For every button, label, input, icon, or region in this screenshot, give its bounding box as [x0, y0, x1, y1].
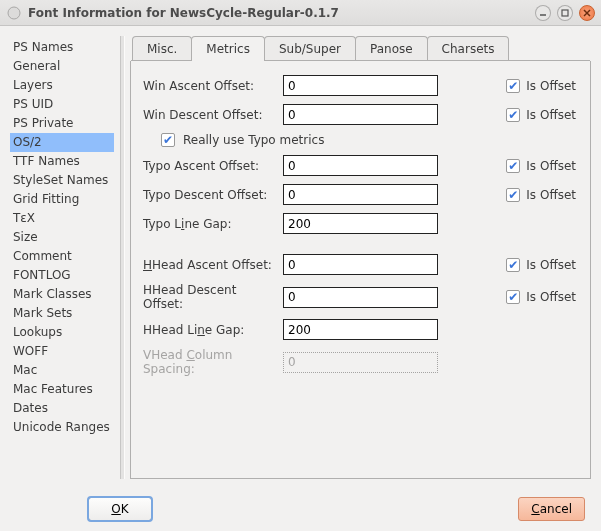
win-descent-input[interactable]	[283, 104, 438, 125]
close-button[interactable]	[579, 5, 595, 21]
really-use-typo-label: Really use Typo metrics	[183, 133, 324, 147]
is-offset-label: Is Offset	[526, 79, 576, 93]
tab[interactable]: Panose	[355, 36, 428, 61]
app-icon	[6, 5, 22, 21]
sidebar-item[interactable]: Grid Fitting	[10, 190, 114, 209]
sidebar: PS NamesGeneralLayersPS UIDPS PrivateOS/…	[10, 36, 114, 479]
is-offset-label: Is Offset	[526, 108, 576, 122]
hhead-linegap-input[interactable]	[283, 319, 438, 340]
sidebar-item[interactable]: StyleSet Names	[10, 171, 114, 190]
hhead-linegap-label: HHead Line Gap:	[143, 323, 283, 337]
sidebar-item[interactable]: WOFF	[10, 342, 114, 361]
sidebar-item[interactable]: Mac	[10, 361, 114, 380]
sidebar-item[interactable]: Lookups	[10, 323, 114, 342]
win-ascent-input[interactable]	[283, 75, 438, 96]
hhead-ascent-label: HHead Ascent Offset:	[143, 258, 283, 272]
sidebar-item[interactable]: FONTLOG	[10, 266, 114, 285]
sidebar-item[interactable]: TTF Names	[10, 152, 114, 171]
typo-ascent-input[interactable]	[283, 155, 438, 176]
sidebar-item[interactable]: General	[10, 57, 114, 76]
ok-button[interactable]: OK	[88, 497, 152, 521]
typo-descent-input[interactable]	[283, 184, 438, 205]
sidebar-item[interactable]: Size	[10, 228, 114, 247]
sidebar-item[interactable]: Unicode Ranges	[10, 418, 114, 437]
sidebar-item[interactable]: PS UID	[10, 95, 114, 114]
sidebar-item[interactable]: Dates	[10, 399, 114, 418]
really-use-typo-checkbox[interactable]: ✔	[161, 133, 175, 147]
cancel-button[interactable]: Cancel	[518, 497, 585, 521]
win-ascent-isoffset-checkbox[interactable]: ✔	[506, 79, 520, 93]
sidebar-item[interactable]: OS/2	[10, 133, 114, 152]
win-ascent-label: Win Ascent Offset:	[143, 79, 283, 93]
is-offset-label: Is Offset	[526, 258, 576, 272]
is-offset-label: Is Offset	[526, 290, 576, 304]
win-descent-label: Win Descent Offset:	[143, 108, 283, 122]
hhead-ascent-input[interactable]	[283, 254, 438, 275]
hhead-descent-isoffset-checkbox[interactable]: ✔	[506, 290, 520, 304]
sidebar-item[interactable]: Layers	[10, 76, 114, 95]
tab[interactable]: Sub/Super	[264, 36, 356, 61]
typo-linegap-input[interactable]	[283, 213, 438, 234]
sidebar-item[interactable]: Mac Features	[10, 380, 114, 399]
tabs: Misc.MetricsSub/SuperPanoseCharsets	[130, 36, 591, 61]
typo-descent-isoffset-checkbox[interactable]: ✔	[506, 188, 520, 202]
sidebar-item[interactable]: Comment	[10, 247, 114, 266]
maximize-button[interactable]	[557, 5, 573, 21]
typo-ascent-isoffset-checkbox[interactable]: ✔	[506, 159, 520, 173]
hhead-descent-input[interactable]	[283, 287, 438, 308]
tab[interactable]: Misc.	[132, 36, 192, 61]
hhead-descent-label: HHead Descent Offset:	[143, 283, 283, 311]
sidebar-item[interactable]: TεX	[10, 209, 114, 228]
svg-rect-2	[562, 10, 568, 16]
svg-point-0	[8, 7, 20, 19]
vhead-column-spacing-input	[283, 352, 438, 373]
typo-linegap-label: Typo Line Gap:	[143, 217, 283, 231]
typo-ascent-label: Typo Ascent Offset:	[143, 159, 283, 173]
tab[interactable]: Metrics	[191, 36, 265, 61]
vhead-column-spacing-label: VHead Column Spacing:	[143, 348, 283, 376]
window-title: Font Information for NewsCycle-Regular-0…	[28, 6, 535, 20]
hhead-ascent-isoffset-checkbox[interactable]: ✔	[506, 258, 520, 272]
is-offset-label: Is Offset	[526, 188, 576, 202]
tab[interactable]: Charsets	[427, 36, 510, 61]
sidebar-item[interactable]: Mark Classes	[10, 285, 114, 304]
sidebar-item[interactable]: PS Names	[10, 38, 114, 57]
tab-panel-metrics: Win Ascent Offset: ✔ Is Offset Win Desce…	[130, 61, 591, 479]
is-offset-label: Is Offset	[526, 159, 576, 173]
sidebar-item[interactable]: Mark Sets	[10, 304, 114, 323]
vertical-divider	[114, 36, 130, 479]
minimize-button[interactable]	[535, 5, 551, 21]
sidebar-item[interactable]: PS Private	[10, 114, 114, 133]
win-descent-isoffset-checkbox[interactable]: ✔	[506, 108, 520, 122]
titlebar: Font Information for NewsCycle-Regular-0…	[0, 0, 601, 26]
typo-descent-label: Typo Descent Offset:	[143, 188, 283, 202]
